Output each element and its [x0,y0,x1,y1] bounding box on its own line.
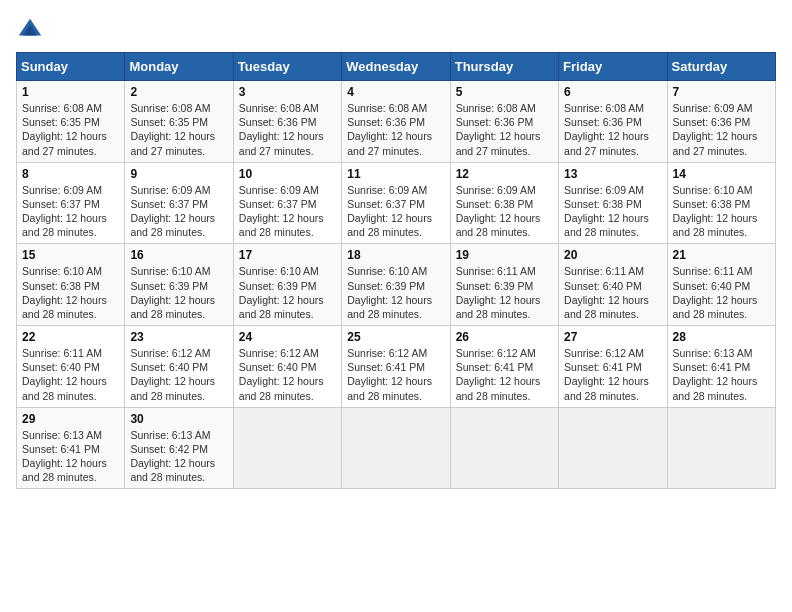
day-detail: Sunrise: 6:11 AMSunset: 6:40 PMDaylight:… [22,346,119,403]
header-day-wednesday: Wednesday [342,53,450,81]
calendar-table: SundayMondayTuesdayWednesdayThursdayFrid… [16,52,776,489]
day-number: 4 [347,85,444,99]
day-detail: Sunrise: 6:12 AMSunset: 6:40 PMDaylight:… [130,346,227,403]
day-number: 30 [130,412,227,426]
day-number: 25 [347,330,444,344]
calendar-cell: 16Sunrise: 6:10 AMSunset: 6:39 PMDayligh… [125,244,233,326]
page-header [16,16,776,44]
header-day-friday: Friday [559,53,667,81]
day-number: 23 [130,330,227,344]
calendar-cell [559,407,667,489]
calendar-week-4: 22Sunrise: 6:11 AMSunset: 6:40 PMDayligh… [17,326,776,408]
day-number: 22 [22,330,119,344]
day-number: 5 [456,85,553,99]
logo-icon [16,16,44,44]
calendar-cell: 5Sunrise: 6:08 AMSunset: 6:36 PMDaylight… [450,81,558,163]
calendar-cell: 26Sunrise: 6:12 AMSunset: 6:41 PMDayligh… [450,326,558,408]
day-number: 12 [456,167,553,181]
day-number: 20 [564,248,661,262]
calendar-cell: 19Sunrise: 6:11 AMSunset: 6:39 PMDayligh… [450,244,558,326]
calendar-cell: 11Sunrise: 6:09 AMSunset: 6:37 PMDayligh… [342,162,450,244]
calendar-cell: 17Sunrise: 6:10 AMSunset: 6:39 PMDayligh… [233,244,341,326]
day-number: 19 [456,248,553,262]
day-detail: Sunrise: 6:09 AMSunset: 6:38 PMDaylight:… [456,183,553,240]
day-number: 3 [239,85,336,99]
day-detail: Sunrise: 6:12 AMSunset: 6:41 PMDaylight:… [564,346,661,403]
day-detail: Sunrise: 6:09 AMSunset: 6:37 PMDaylight:… [22,183,119,240]
day-detail: Sunrise: 6:13 AMSunset: 6:41 PMDaylight:… [673,346,770,403]
day-number: 7 [673,85,770,99]
calendar-week-3: 15Sunrise: 6:10 AMSunset: 6:38 PMDayligh… [17,244,776,326]
day-detail: Sunrise: 6:08 AMSunset: 6:36 PMDaylight:… [456,101,553,158]
calendar-cell [342,407,450,489]
day-number: 26 [456,330,553,344]
day-detail: Sunrise: 6:11 AMSunset: 6:40 PMDaylight:… [673,264,770,321]
calendar-week-1: 1Sunrise: 6:08 AMSunset: 6:35 PMDaylight… [17,81,776,163]
calendar-cell: 28Sunrise: 6:13 AMSunset: 6:41 PMDayligh… [667,326,775,408]
calendar-cell: 14Sunrise: 6:10 AMSunset: 6:38 PMDayligh… [667,162,775,244]
calendar-cell: 29Sunrise: 6:13 AMSunset: 6:41 PMDayligh… [17,407,125,489]
day-number: 16 [130,248,227,262]
day-number: 11 [347,167,444,181]
day-number: 13 [564,167,661,181]
day-detail: Sunrise: 6:09 AMSunset: 6:37 PMDaylight:… [130,183,227,240]
day-number: 10 [239,167,336,181]
day-number: 21 [673,248,770,262]
day-detail: Sunrise: 6:12 AMSunset: 6:41 PMDaylight:… [347,346,444,403]
day-number: 14 [673,167,770,181]
calendar-cell: 24Sunrise: 6:12 AMSunset: 6:40 PMDayligh… [233,326,341,408]
day-detail: Sunrise: 6:13 AMSunset: 6:41 PMDaylight:… [22,428,119,485]
day-number: 8 [22,167,119,181]
day-detail: Sunrise: 6:11 AMSunset: 6:40 PMDaylight:… [564,264,661,321]
calendar-week-2: 8Sunrise: 6:09 AMSunset: 6:37 PMDaylight… [17,162,776,244]
day-detail: Sunrise: 6:10 AMSunset: 6:39 PMDaylight:… [239,264,336,321]
calendar-cell: 6Sunrise: 6:08 AMSunset: 6:36 PMDaylight… [559,81,667,163]
calendar-body: 1Sunrise: 6:08 AMSunset: 6:35 PMDaylight… [17,81,776,489]
day-number: 17 [239,248,336,262]
calendar-cell: 8Sunrise: 6:09 AMSunset: 6:37 PMDaylight… [17,162,125,244]
day-number: 9 [130,167,227,181]
calendar-cell: 7Sunrise: 6:09 AMSunset: 6:36 PMDaylight… [667,81,775,163]
day-detail: Sunrise: 6:08 AMSunset: 6:36 PMDaylight:… [239,101,336,158]
day-detail: Sunrise: 6:13 AMSunset: 6:42 PMDaylight:… [130,428,227,485]
day-detail: Sunrise: 6:12 AMSunset: 6:41 PMDaylight:… [456,346,553,403]
calendar-cell [233,407,341,489]
calendar-cell: 9Sunrise: 6:09 AMSunset: 6:37 PMDaylight… [125,162,233,244]
calendar-week-5: 29Sunrise: 6:13 AMSunset: 6:41 PMDayligh… [17,407,776,489]
calendar-header: SundayMondayTuesdayWednesdayThursdayFrid… [17,53,776,81]
calendar-cell: 23Sunrise: 6:12 AMSunset: 6:40 PMDayligh… [125,326,233,408]
day-number: 28 [673,330,770,344]
header-day-thursday: Thursday [450,53,558,81]
day-detail: Sunrise: 6:10 AMSunset: 6:39 PMDaylight:… [347,264,444,321]
day-detail: Sunrise: 6:10 AMSunset: 6:38 PMDaylight:… [22,264,119,321]
day-number: 1 [22,85,119,99]
calendar-cell: 1Sunrise: 6:08 AMSunset: 6:35 PMDaylight… [17,81,125,163]
calendar-cell: 3Sunrise: 6:08 AMSunset: 6:36 PMDaylight… [233,81,341,163]
day-number: 6 [564,85,661,99]
day-detail: Sunrise: 6:10 AMSunset: 6:38 PMDaylight:… [673,183,770,240]
day-detail: Sunrise: 6:09 AMSunset: 6:36 PMDaylight:… [673,101,770,158]
day-number: 15 [22,248,119,262]
day-number: 27 [564,330,661,344]
calendar-cell: 10Sunrise: 6:09 AMSunset: 6:37 PMDayligh… [233,162,341,244]
day-detail: Sunrise: 6:11 AMSunset: 6:39 PMDaylight:… [456,264,553,321]
header-row: SundayMondayTuesdayWednesdayThursdayFrid… [17,53,776,81]
header-day-saturday: Saturday [667,53,775,81]
header-day-monday: Monday [125,53,233,81]
calendar-cell: 25Sunrise: 6:12 AMSunset: 6:41 PMDayligh… [342,326,450,408]
day-detail: Sunrise: 6:09 AMSunset: 6:37 PMDaylight:… [239,183,336,240]
calendar-cell [667,407,775,489]
calendar-cell: 18Sunrise: 6:10 AMSunset: 6:39 PMDayligh… [342,244,450,326]
calendar-cell: 20Sunrise: 6:11 AMSunset: 6:40 PMDayligh… [559,244,667,326]
logo [16,16,48,44]
day-number: 2 [130,85,227,99]
day-detail: Sunrise: 6:09 AMSunset: 6:38 PMDaylight:… [564,183,661,240]
header-day-sunday: Sunday [17,53,125,81]
day-detail: Sunrise: 6:08 AMSunset: 6:35 PMDaylight:… [22,101,119,158]
calendar-cell: 22Sunrise: 6:11 AMSunset: 6:40 PMDayligh… [17,326,125,408]
calendar-cell: 13Sunrise: 6:09 AMSunset: 6:38 PMDayligh… [559,162,667,244]
calendar-cell: 30Sunrise: 6:13 AMSunset: 6:42 PMDayligh… [125,407,233,489]
day-detail: Sunrise: 6:08 AMSunset: 6:36 PMDaylight:… [564,101,661,158]
day-detail: Sunrise: 6:08 AMSunset: 6:35 PMDaylight:… [130,101,227,158]
calendar-cell: 2Sunrise: 6:08 AMSunset: 6:35 PMDaylight… [125,81,233,163]
